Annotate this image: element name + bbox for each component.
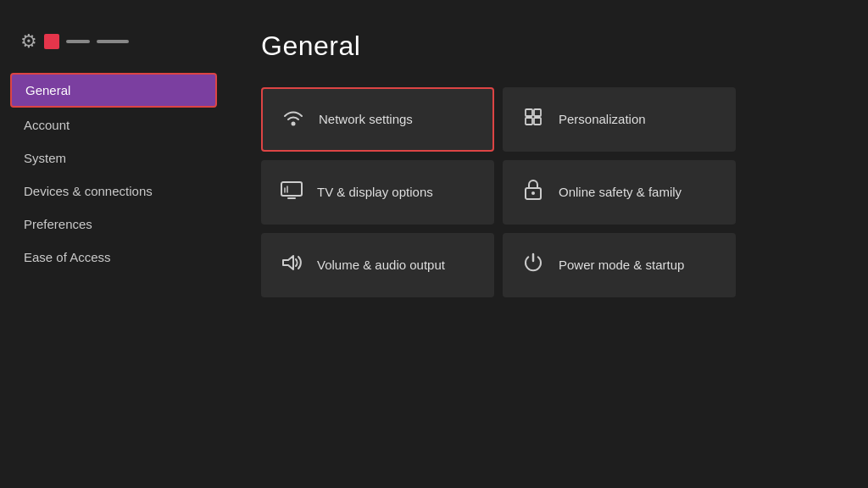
sidebar-item-preferences[interactable]: Preferences xyxy=(10,208,217,240)
dash-icon xyxy=(66,40,90,43)
red-square-icon xyxy=(44,34,59,49)
sidebar: ⚙ General Account System Devices & conne… xyxy=(0,0,227,488)
sidebar-item-account[interactable]: Account xyxy=(10,109,217,141)
sidebar-item-ease[interactable]: Ease of Access xyxy=(10,241,217,273)
sidebar-nav: General Account System Devices & connect… xyxy=(0,73,227,273)
tile-volume[interactable]: Volume & audio output xyxy=(261,233,494,297)
tile-network-label: Network settings xyxy=(319,111,413,128)
svg-rect-4 xyxy=(534,118,541,125)
tv-icon xyxy=(280,180,303,204)
lock-icon xyxy=(521,179,545,206)
sidebar-item-devices[interactable]: Devices & connections xyxy=(10,175,217,207)
svg-marker-11 xyxy=(283,256,293,269)
app-layout: ⚙ General Account System Devices & conne… xyxy=(0,0,868,488)
sidebar-item-general[interactable]: General xyxy=(10,73,217,108)
settings-grid: Network settings Personalization xyxy=(261,87,736,297)
svg-point-0 xyxy=(292,122,296,126)
sidebar-header: ⚙ xyxy=(0,17,227,73)
tile-network[interactable]: Network settings xyxy=(261,87,494,152)
page-title: General xyxy=(261,30,834,62)
tile-power[interactable]: Power mode & startup xyxy=(503,233,736,297)
tile-tv-display[interactable]: TV & display options xyxy=(261,160,494,225)
tile-power-label: Power mode & startup xyxy=(559,257,684,274)
tile-personalization[interactable]: Personalization xyxy=(503,87,736,152)
brush-icon xyxy=(521,107,545,132)
gear-icon: ⚙ xyxy=(20,30,37,53)
svg-rect-1 xyxy=(526,109,532,116)
dash2-icon xyxy=(97,40,129,43)
svg-rect-2 xyxy=(534,109,541,116)
tile-volume-label: Volume & audio output xyxy=(317,257,445,274)
svg-point-10 xyxy=(531,191,535,195)
wifi-icon xyxy=(281,108,305,131)
volume-icon xyxy=(280,253,303,277)
tile-online-safety[interactable]: Online safety & family xyxy=(503,160,736,225)
power-icon xyxy=(521,252,545,278)
tile-online-safety-label: Online safety & family xyxy=(559,184,682,201)
tile-personalization-label: Personalization xyxy=(559,111,646,128)
main-content: General Network settings xyxy=(227,0,868,488)
svg-rect-3 xyxy=(526,118,532,125)
sidebar-item-system[interactable]: System xyxy=(10,142,217,174)
tile-tv-display-label: TV & display options xyxy=(317,184,433,201)
